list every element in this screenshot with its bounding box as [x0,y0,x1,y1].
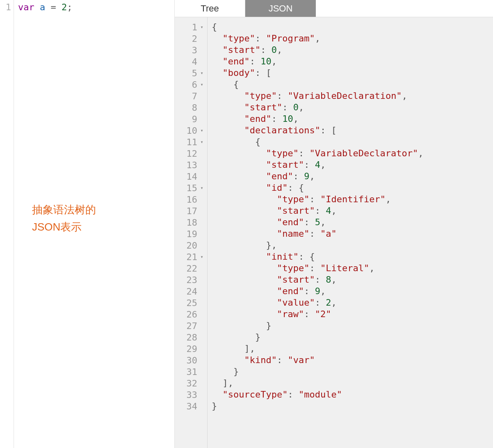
json-line: "declarations": [ [212,125,493,136]
json-line: }, [212,240,493,251]
json-line-number: 1▾ [175,21,207,33]
json-line-number: 9 [175,113,207,125]
json-line-number: 26 [175,309,207,320]
json-line-number: 24 [175,286,207,297]
punctuation-token: ; [67,2,72,12]
json-line: { [212,79,493,90]
json-line: "end": 10, [212,113,493,125]
source-code-area[interactable]: var a = 2; [0,0,174,13]
json-line-number: 25 [175,297,207,309]
ast-output-pane: Tree JSON 1▾2345▾6▾78910▾11▾12131415▾161… [175,0,493,448]
json-line-number: 4 [175,56,207,67]
json-line-number: 3 [175,44,207,56]
json-line: } [212,320,493,331]
output-tabs: Tree JSON [175,0,493,17]
json-line: "init": { [212,251,493,263]
json-line: "type": "VariableDeclarator", [212,148,493,159]
annotation-line2: JSON表示 [32,218,96,235]
fold-icon[interactable]: ▾ [199,185,205,191]
json-line: { [212,136,493,148]
json-line: "start": 0, [212,44,493,56]
fold-icon[interactable]: ▾ [199,82,205,87]
tab-json[interactable]: JSON [245,0,316,17]
json-line-number: 12 [175,148,207,159]
json-line: "end": 9, [212,286,493,297]
source-gutter: 1 [0,0,14,448]
json-line: "end": 9, [212,171,493,182]
json-gutter: 1▾2345▾6▾78910▾11▾12131415▾161718192021▾… [175,17,208,448]
source-line-number: 1 [0,2,11,13]
json-line: "name": "a" [212,228,493,240]
json-line: { [212,21,493,33]
fold-icon[interactable]: ▾ [199,139,205,145]
json-line: "end": 5, [212,217,493,228]
json-line-number: 33 [175,389,207,400]
json-line-number: 14 [175,171,207,182]
json-line-number: 29 [175,343,207,354]
json-code-area[interactable]: { "type": "Program", "start": 0, "end": … [208,17,493,448]
json-line: "value": 2, [212,297,493,309]
json-line-number: 6▾ [175,79,207,90]
json-line-number: 10▾ [175,125,207,136]
json-line: "type": "Literal", [212,263,493,274]
annotation-label: 抽象语法树的 JSON表示 [32,201,96,235]
fold-icon[interactable]: ▾ [199,70,205,76]
number-token: 2 [62,2,67,12]
json-line: "type": "VariableDeclaration", [212,90,493,102]
json-line-number: 8 [175,102,207,113]
json-line-number: 7 [175,90,207,102]
json-line: } [212,331,493,343]
json-line-number: 32 [175,377,207,389]
json-viewer: 1▾2345▾6▾78910▾11▾12131415▾161718192021▾… [175,17,493,448]
json-line: ], [212,377,493,389]
json-line-number: 19 [175,228,207,240]
json-line-number: 23 [175,274,207,286]
json-line-number: 5▾ [175,67,207,79]
json-line: "end": 10, [212,56,493,67]
json-line: "start": 8, [212,274,493,286]
json-line-number: 31 [175,366,207,377]
identifier-token: a [40,2,45,12]
json-line: "start": 0, [212,102,493,113]
json-line-number: 13 [175,159,207,171]
json-line: "start": 4, [212,205,493,217]
operator-token: = [51,2,56,12]
json-line: "id": { [212,182,493,194]
fold-icon[interactable]: ▾ [199,254,205,260]
annotation-line1: 抽象语法树的 [32,201,96,218]
json-line-number: 17 [175,205,207,217]
json-line-number: 11▾ [175,136,207,148]
json-line-number: 16 [175,194,207,205]
json-line: "type": "Identifier", [212,194,493,205]
json-line-number: 22 [175,263,207,274]
json-line: } [212,400,493,412]
json-line: "kind": "var" [212,354,493,366]
fold-icon[interactable]: ▾ [199,128,205,133]
json-line-number: 21▾ [175,251,207,263]
fold-icon[interactable]: ▾ [199,24,205,30]
json-line-number: 20 [175,240,207,251]
source-editor-pane: 1 var a = 2; 抽象语法树的 JSON表示 [0,0,175,448]
json-line: ], [212,343,493,354]
json-line: "start": 4, [212,159,493,171]
json-line: "body": [ [212,67,493,79]
json-line: "raw": "2" [212,309,493,320]
json-line: "sourceType": "module" [212,389,493,400]
json-line-number: 27 [175,320,207,331]
json-line: } [212,366,493,377]
json-line-number: 2 [175,33,207,44]
json-line: "type": "Program", [212,33,493,44]
json-line-number: 30 [175,354,207,366]
json-line-number: 34 [175,400,207,412]
json-line-number: 28 [175,331,207,343]
keyword-token: var [18,2,34,12]
json-line-number: 15▾ [175,182,207,194]
json-line-number: 18 [175,217,207,228]
tab-tree[interactable]: Tree [175,0,245,17]
